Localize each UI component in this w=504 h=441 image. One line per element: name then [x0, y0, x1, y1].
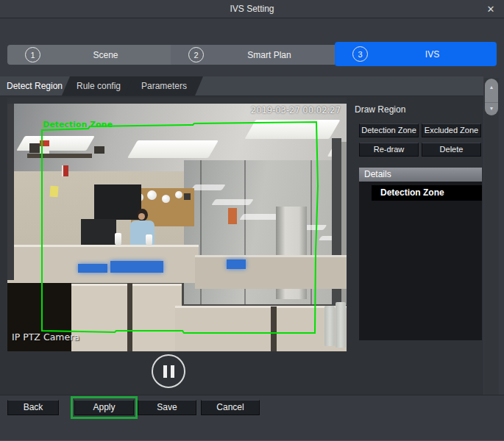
scrollbar-track[interactable]: ▲ ▼: [484, 78, 499, 395]
excluded-zone-button[interactable]: Excluded Zone: [422, 123, 481, 137]
wizard-steps: 1 Scene 2 Smart Plan 3 IVS: [7, 42, 497, 66]
scroll-down-icon[interactable]: ▼: [485, 102, 498, 111]
detection-zone-label: Detection Zone: [43, 120, 113, 129]
step-label-smart-plan: Smart Plan: [204, 50, 335, 60]
step-number-1: 1: [25, 47, 40, 62]
apply-button[interactable]: Apply: [74, 400, 134, 415]
scroll-up-icon[interactable]: ▲: [485, 83, 498, 92]
footer-bar: Back Apply Save Cancel: [0, 395, 504, 441]
step-label-scene: Scene: [40, 50, 171, 60]
ivs-setting-dialog: IVS Setting ✕ 1 Scene 2 Smart Plan 3 IVS…: [0, 0, 504, 441]
details-list: Detection Zone: [359, 182, 482, 340]
pause-button[interactable]: [152, 354, 185, 388]
details-item-detection-zone[interactable]: Detection Zone: [372, 185, 482, 201]
pause-icon: [153, 356, 184, 387]
wizard-step-scene[interactable]: 1 Scene: [7, 45, 171, 65]
redraw-button[interactable]: Re-draw: [359, 143, 419, 157]
video-canvas[interactable]: 2019-03-27 00:02:27 Detection Zone IP PT…: [7, 98, 347, 351]
video-timestamp: 2019-03-27 00:02:27: [251, 105, 341, 115]
tab-rule-config[interactable]: Rule config: [62, 76, 135, 96]
draw-region-title: Draw Region: [355, 104, 405, 115]
wizard-step-ivs-active[interactable]: 3 IVS: [335, 42, 497, 66]
detection-zone-polygon: [7, 98, 347, 351]
close-icon[interactable]: ✕: [484, 3, 497, 16]
tab-parameters[interactable]: Parameters: [125, 76, 203, 96]
back-button[interactable]: Back: [7, 400, 59, 415]
dialog-title: IVS Setting: [0, 0, 504, 18]
save-button[interactable]: Save: [138, 400, 196, 415]
scrollbar-thumb[interactable]: ▲ ▼: [485, 79, 498, 115]
camera-name-label: IP PTZ Camera: [12, 331, 79, 343]
detection-zone-button[interactable]: Detection Zone: [359, 123, 419, 137]
cancel-button[interactable]: Cancel: [201, 400, 260, 415]
delete-button[interactable]: Delete: [422, 143, 481, 157]
step-label-ivs: IVS: [368, 49, 497, 60]
wizard-step-smart-plan[interactable]: 2 Smart Plan: [171, 45, 335, 65]
details-header: Details: [359, 168, 482, 182]
title-bar: IVS Setting ✕: [0, 0, 504, 18]
tab-detect-region[interactable]: Detect Region: [0, 76, 69, 96]
tab-bar: Detect Region Rule config Parameters: [0, 76, 483, 96]
step-number-2: 2: [188, 47, 204, 62]
step-number-3: 3: [352, 46, 368, 62]
